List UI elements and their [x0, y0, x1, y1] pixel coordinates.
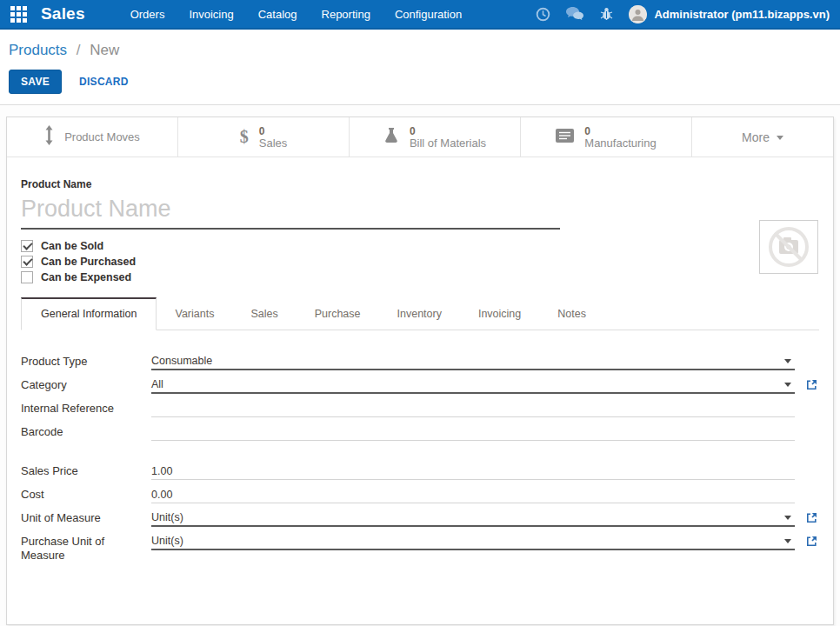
menu-configuration[interactable]: Configuration	[384, 1, 472, 28]
chevron-down-icon	[784, 359, 791, 363]
general-information-fields: Product Type Consumable Category All I	[21, 353, 819, 563]
chevron-down-icon	[777, 136, 783, 140]
tab-notes[interactable]: Notes	[539, 297, 604, 330]
bill-of-materials-stat-button[interactable]: 0 Bill of Materials	[350, 117, 521, 156]
cost-input[interactable]: 0.00	[151, 486, 795, 503]
avatar[interactable]	[629, 5, 647, 23]
notebook-tabs: General Information Variants Sales Purch…	[21, 297, 819, 330]
more-label: More	[742, 130, 770, 144]
can-be-purchased-checkbox[interactable]: Can be Purchased	[21, 256, 819, 268]
breadcrumb-products-link[interactable]: Products	[9, 42, 67, 58]
control-panel: Products / New SAVE DISCARD	[0, 30, 840, 105]
sales-stat-button[interactable]: $ 0 Sales	[178, 117, 350, 156]
field-row: Cost 0.00	[21, 486, 819, 503]
tab-invoicing[interactable]: Invoicing	[460, 297, 539, 330]
external-link-icon[interactable]	[795, 509, 817, 523]
stat-button-box: Product Moves $ 0 Sales 0 Bill of Materi…	[7, 117, 833, 157]
menu-reporting[interactable]: Reporting	[311, 1, 381, 28]
more-button[interactable]: More	[692, 117, 833, 156]
stat-label: Manufacturing	[584, 137, 656, 150]
tab-inventory[interactable]: Inventory	[379, 297, 460, 330]
apps-menu-icon[interactable]	[10, 6, 27, 23]
external-link-icon[interactable]	[795, 376, 817, 390]
stat-label: Product Moves	[64, 130, 140, 143]
discard-button[interactable]: DISCARD	[79, 76, 129, 88]
breadcrumb-separator: /	[77, 42, 81, 58]
manufacturing-stat-button[interactable]: 0 Manufacturing	[521, 117, 692, 156]
flask-icon	[383, 127, 399, 148]
field-row: Sales Price 1.00	[21, 463, 819, 480]
chevron-down-icon	[784, 383, 791, 387]
messages-icon[interactable]	[566, 7, 584, 21]
product-moves-button[interactable]: Product Moves	[7, 117, 178, 156]
save-button[interactable]: SAVE	[9, 70, 62, 94]
stat-label: Sales	[259, 137, 288, 150]
product-image-upload[interactable]	[759, 220, 818, 274]
can-be-expensed-checkbox[interactable]: Can be Expensed	[21, 271, 819, 283]
bug-icon[interactable]	[600, 7, 613, 21]
field-row: Barcode	[21, 423, 819, 441]
top-navbar: Sales Orders Invoicing Catalog Reporting…	[0, 0, 840, 30]
field-row: Internal Reference	[21, 400, 819, 417]
product-type-select[interactable]: Consumable	[151, 353, 795, 370]
chevron-down-icon	[784, 539, 791, 543]
breadcrumb: Products / New	[9, 42, 831, 59]
tab-variants[interactable]: Variants	[157, 297, 232, 330]
product-name-label: Product Name	[21, 178, 819, 190]
flags-group: Can be Sold Can be Purchased Can be Expe…	[21, 240, 819, 283]
category-select[interactable]: All	[151, 376, 795, 394]
field-row: Product Type Consumable	[21, 353, 819, 370]
barcode-input[interactable]	[151, 423, 795, 441]
unit-of-measure-select[interactable]: Unit(s)	[151, 509, 795, 527]
tab-general-information[interactable]: General Information	[21, 297, 157, 330]
field-row: Unit of Measure Unit(s)	[21, 509, 819, 527]
field-row: Category All	[21, 376, 819, 394]
chevron-down-icon	[784, 516, 791, 520]
menu-invoicing[interactable]: Invoicing	[178, 1, 243, 28]
menu-orders[interactable]: Orders	[120, 1, 176, 28]
stat-value: 0	[259, 125, 288, 137]
dollar-icon: $	[240, 127, 249, 147]
external-link-icon[interactable]	[795, 533, 817, 547]
stat-value: 0	[410, 125, 486, 137]
product-name-input[interactable]	[21, 192, 560, 230]
internal-reference-input[interactable]	[151, 400, 795, 417]
app-title[interactable]: Sales	[41, 4, 85, 23]
menu-catalog[interactable]: Catalog	[248, 1, 308, 28]
camera-slash-icon	[764, 225, 813, 269]
checkbox-icon	[21, 240, 33, 252]
form-sheet: Product Moves $ 0 Sales 0 Bill of Materi…	[6, 117, 834, 625]
field-row: Purchase Unit of Measure Unit(s)	[21, 533, 819, 563]
sales-price-input[interactable]: 1.00	[151, 463, 795, 480]
breadcrumb-current: New	[90, 42, 119, 58]
checkbox-icon	[21, 271, 33, 283]
stat-label: Bill of Materials	[410, 137, 486, 150]
activities-clock-icon[interactable]	[536, 7, 550, 22]
list-icon	[556, 129, 574, 146]
purchase-unit-of-measure-select[interactable]: Unit(s)	[151, 533, 795, 550]
field-group-spacer	[21, 447, 819, 463]
stat-value: 0	[584, 125, 656, 137]
user-menu[interactable]: Administrator (pm11.bizapps.vn)	[654, 8, 830, 21]
checkbox-icon	[21, 256, 33, 268]
tab-purchase[interactable]: Purchase	[297, 297, 379, 330]
can-be-sold-checkbox[interactable]: Can be Sold	[21, 240, 819, 252]
updown-arrow-icon	[44, 125, 54, 149]
tab-sales[interactable]: Sales	[232, 297, 296, 330]
main-menu: Orders Invoicing Catalog Reporting Confi…	[120, 1, 473, 28]
